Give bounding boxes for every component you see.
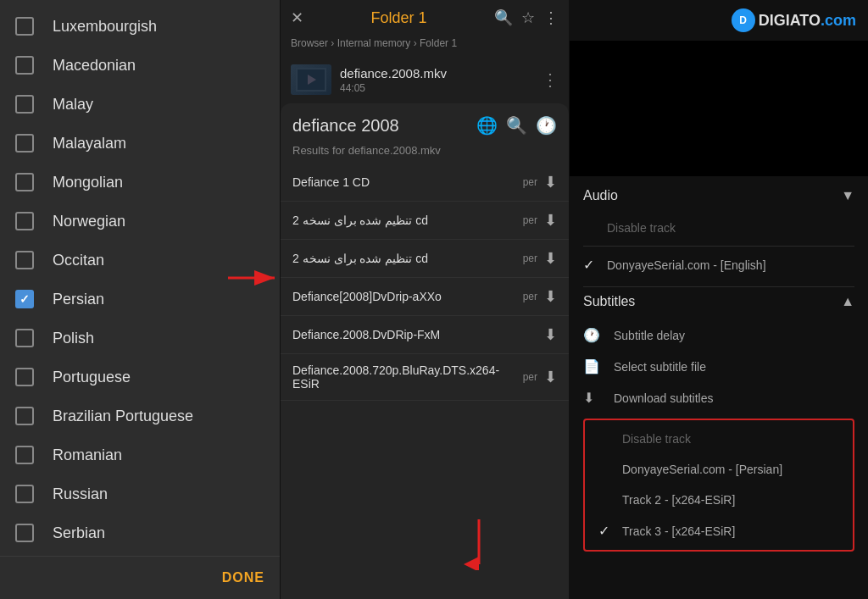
search-header: defiance 2008 🌐 🔍 🕐 <box>281 115 569 144</box>
download-subtitles-label: Download subtitles <box>614 391 714 405</box>
search-panel: defiance 2008 🌐 🔍 🕐 Results for defiance… <box>281 103 569 599</box>
language-item-portuguese[interactable]: Portuguese <box>0 358 280 397</box>
checkbox-polish[interactable] <box>15 329 34 347</box>
language-item-luxembourgish[interactable]: Luxembourgish <box>0 7 280 46</box>
download-icon-2[interactable]: ⬇ <box>544 249 557 268</box>
search-results-list: Defiance 1 CDper⬇2 تنظیم شده برای نسخه c… <box>281 164 569 401</box>
language-item-polish[interactable]: Polish <box>0 319 280 358</box>
brand-logo: D DIGIATO.com <box>732 8 856 32</box>
language-label-occitan: Occitan <box>53 252 104 269</box>
subtitle-track-persian[interactable]: DonyayeSerial.com - [Persian] <box>585 454 853 485</box>
result-name-3: Defiance[2008]DvDrip-aXXo <box>292 290 523 303</box>
select-file-label: Select subtitle file <box>614 360 706 374</box>
subtitle-track-2-label: Track 2 - [x264-ESiR] <box>622 493 735 507</box>
search-title: defiance 2008 <box>292 116 468 136</box>
language-item-sinhalese[interactable]: Sinhalese <box>0 552 280 556</box>
language-item-mongolian[interactable]: Mongolian <box>0 163 280 202</box>
file-info: defiance.2008.mkv 44:05 <box>340 66 533 94</box>
language-item-serbian[interactable]: Serbian <box>0 513 280 552</box>
language-label-norwegian: Norwegian <box>53 213 125 230</box>
star-icon[interactable]: ☆ <box>521 8 535 27</box>
breadcrumb: Browser › Internal memory › Folder 1 <box>281 36 569 56</box>
subtitle-track-persian-label: DonyayeSerial.com - [Persian] <box>622 463 782 476</box>
more-icon[interactable]: ⋮ <box>543 8 559 27</box>
close-icon[interactable]: ✕ <box>291 8 303 27</box>
subtitle-search-icon[interactable]: 🔍 <box>506 115 527 136</box>
download-icon-3[interactable]: ⬇ <box>544 287 557 306</box>
language-item-russian[interactable]: Russian <box>0 474 280 513</box>
subtitle-delay-icon: 🕐 <box>583 327 604 343</box>
download-icon-0[interactable]: ⬇ <box>544 173 557 191</box>
language-label-russian: Russian <box>53 485 108 503</box>
checkbox-malay[interactable] <box>15 95 34 114</box>
search-result-item-2[interactable]: 2 تنظیم شده برای نسخه cdper⬇ <box>281 240 569 278</box>
subtitle-track-2[interactable]: Track 2 - [x264-ESiR] <box>585 485 853 515</box>
language-list: LuxembourgishMacedonianMalayMalayalamMon… <box>0 0 280 556</box>
language-item-persian[interactable]: Persian <box>0 280 280 319</box>
language-label-polish: Polish <box>53 330 94 347</box>
checkbox-luxembourgish[interactable] <box>15 17 34 36</box>
language-item-brazilian-portuguese[interactable]: Brazilian Portuguese <box>0 397 280 435</box>
subtitle-track-disable-label: Disable track <box>622 432 691 446</box>
download-subtitles-option[interactable]: ⬇ Download subtitles <box>583 382 854 413</box>
language-label-portuguese: Portuguese <box>53 369 131 386</box>
audio-track-disable[interactable]: Disable track <box>583 214 854 242</box>
checkbox-persian[interactable] <box>15 290 34 308</box>
language-item-romanian[interactable]: Romanian <box>0 435 280 474</box>
language-label-romanian: Romanian <box>53 446 122 464</box>
search-result-item-0[interactable]: Defiance 1 CDper⬇ <box>281 164 569 202</box>
language-panel: LuxembourgishMacedonianMalayMalayalamMon… <box>0 0 280 599</box>
done-button[interactable]: DONE <box>222 570 264 585</box>
search-result-item-4[interactable]: Defiance.2008.DvDRip-FxM⬇ <box>281 316 569 354</box>
checkbox-macedonian[interactable] <box>15 56 34 75</box>
language-item-macedonian[interactable]: Macedonian <box>0 46 280 85</box>
subtitle-tracks-container: Disable track DonyayeSerial.com - [Persi… <box>583 419 854 552</box>
search-icon[interactable]: 🔍 <box>494 8 513 27</box>
audio-section: Audio ▼ Disable track ✓ DonyayeSerial.co… <box>570 176 868 286</box>
file-more-icon[interactable]: ⋮ <box>542 69 559 90</box>
download-icon-4[interactable]: ⬇ <box>544 325 557 344</box>
language-label-luxembourgish: Luxembourgish <box>53 18 157 36</box>
subtitle-track-3[interactable]: ✓ Track 3 - [x264-ESiR] <box>585 515 853 546</box>
checkbox-malayalam[interactable] <box>15 134 34 153</box>
audio-track-english[interactable]: ✓ DonyayeSerial.com - [English] <box>583 250 854 280</box>
result-name-4: Defiance.2008.DvDRip-FxM <box>292 328 537 341</box>
subtitle-track-disable[interactable]: Disable track <box>585 424 853 454</box>
checkbox-brazilian-portuguese[interactable] <box>15 407 34 425</box>
file-item[interactable]: defiance.2008.mkv 44:05 ⋮ <box>281 56 569 103</box>
checkbox-occitan[interactable] <box>15 251 34 269</box>
checkbox-norwegian[interactable] <box>15 212 34 230</box>
subtitles-expand-icon[interactable]: ▲ <box>841 294 854 309</box>
result-badge-1: per <box>523 214 537 226</box>
subtitle-delay-option[interactable]: 🕐 Subtitle delay <box>583 319 854 351</box>
result-name-0: Defiance 1 CD <box>292 175 523 189</box>
checkbox-portuguese[interactable] <box>15 368 34 386</box>
checkbox-romanian[interactable] <box>15 446 34 464</box>
subtitle-history-icon[interactable]: 🕐 <box>536 115 557 136</box>
result-badge-5: per <box>523 371 537 383</box>
search-result-item-3[interactable]: Defiance[2008]DvDrip-aXXoper⬇ <box>281 278 569 316</box>
checkbox-serbian[interactable] <box>15 524 34 542</box>
subtitle-globe-icon[interactable]: 🌐 <box>476 115 498 136</box>
language-item-malayalam[interactable]: Malayalam <box>0 124 280 163</box>
checkbox-mongolian[interactable] <box>15 173 34 191</box>
result-badge-0: per <box>523 176 537 188</box>
download-icon-1[interactable]: ⬇ <box>544 211 557 230</box>
search-result-item-5[interactable]: Defiance.2008.720p.BluRay.DTS.x264-ESiRp… <box>281 354 569 401</box>
search-result-item-1[interactable]: 2 تنظیم شده برای نسخه cdper⬇ <box>281 202 569 240</box>
language-label-malayalam: Malayalam <box>53 135 126 153</box>
language-item-norwegian[interactable]: Norwegian <box>0 202 280 241</box>
language-label-macedonian: Macedonian <box>53 57 136 75</box>
audio-expand-icon[interactable]: ▼ <box>841 188 854 203</box>
search-results-label: Results for defiance.2008.mkv <box>281 144 569 164</box>
language-item-occitan[interactable]: Occitan <box>0 241 280 280</box>
thumbnail-image <box>291 64 331 95</box>
subtitle-track-3-check: ✓ <box>598 523 622 539</box>
result-name-5: Defiance.2008.720p.BluRay.DTS.x264-ESiR <box>292 363 523 391</box>
checkbox-russian[interactable] <box>15 485 34 503</box>
select-subtitle-file-option[interactable]: 📄 Select subtitle file <box>583 351 854 382</box>
download-icon-5[interactable]: ⬇ <box>544 368 557 386</box>
language-label-mongolian: Mongolian <box>53 174 123 191</box>
language-label-persian: Persian <box>53 291 104 308</box>
language-item-malay[interactable]: Malay <box>0 85 280 124</box>
